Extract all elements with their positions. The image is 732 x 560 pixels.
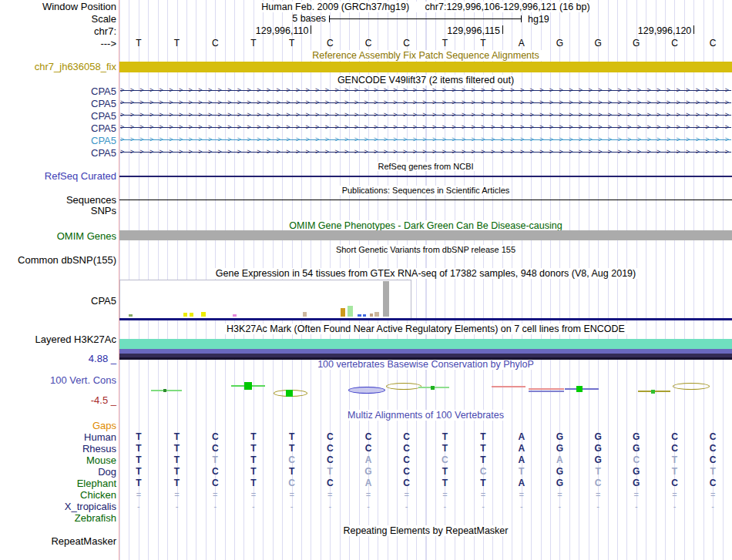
alignment-base: =: [245, 490, 262, 500]
alignment-base: A: [551, 455, 568, 465]
alignment-base: C: [704, 432, 721, 442]
conservation-mark-line: [529, 391, 564, 392]
sequence-base: G: [551, 39, 568, 49]
gencode-transcript-row[interactable]: >>>>>>>>>>>>>>>>>>>>>>>>>>>>>>>>>>>>>>>>…: [120, 112, 731, 119]
alignment-base: T: [245, 467, 262, 477]
gencode-transcript-row[interactable]: >>>>>>>>>>>>>>>>>>>>>>>>>>>>>>>>>>>>>>>>…: [120, 124, 731, 131]
conservation-mark-ellipse: [673, 383, 710, 390]
gtex-expression-bar: [201, 312, 206, 317]
alignment-base: =: [207, 490, 223, 500]
gencode-title[interactable]: GENCODE V49lift37 (2 items filtered out): [335, 75, 516, 86]
gtex-plot-box[interactable]: [119, 280, 411, 319]
h3k27ac-title[interactable]: H3K27Ac Mark (Often Found Near Active Re…: [224, 324, 627, 334]
refseq-curated-label[interactable]: RefSeq Curated: [0, 171, 116, 182]
alignment-base: G: [589, 444, 606, 454]
alignment-base: T: [475, 432, 492, 442]
alignment-base: C: [360, 444, 377, 454]
h3k27ac-band: [119, 339, 732, 349]
alignment-base: C: [398, 478, 415, 488]
fix-patch-label[interactable]: chr7_jh636058_fix: [0, 62, 116, 72]
alignment-base: T: [130, 467, 147, 477]
multiz-label-human[interactable]: Human: [0, 432, 116, 443]
dbsnp-label[interactable]: Common dbSNP(155): [0, 255, 116, 266]
multiz-label-dog[interactable]: Dog: [0, 467, 116, 478]
multiz-label-rhesus[interactable]: Rhesus: [0, 444, 116, 454]
alignment-base: T: [475, 455, 492, 465]
omim-genes-label[interactable]: OMIM Genes: [0, 231, 116, 242]
gtex-expression-bar: [303, 312, 307, 317]
gtex-expression-bar: [374, 312, 379, 317]
alignment-base: T: [284, 467, 301, 477]
gencode-transcript-row[interactable]: >>>>>>>>>>>>>>>>>>>>>>>>>>>>>>>>>>>>>>>>…: [120, 136, 731, 143]
conservation-label[interactable]: 100 Vert. Cons: [0, 375, 116, 386]
alignment-base: -: [436, 501, 453, 511]
gencode-transcript-row[interactable]: >>>>>>>>>>>>>>>>>>>>>>>>>>>>>>>>>>>>>>>>…: [120, 87, 731, 94]
alignment-base: T: [245, 455, 262, 465]
alignment-base: A: [513, 478, 530, 488]
position-tick: [693, 25, 694, 34]
fix-patch-title[interactable]: Reference Assembly Fix Patch Sequence Al…: [310, 50, 542, 61]
gencode-transcript-label[interactable]: CPA5: [0, 86, 116, 97]
repeatmasker-label[interactable]: RepeatMasker: [0, 536, 116, 547]
gencode-transcript-label[interactable]: CPA5: [0, 111, 116, 122]
omim-title[interactable]: OMIM Gene Phenotypes - Dark Green Can Be…: [287, 220, 564, 231]
alignment-base: T: [207, 455, 223, 465]
sequence-base: C: [207, 39, 223, 49]
alignment-base: T: [436, 467, 453, 477]
multiz-label-elephant[interactable]: Elephant: [0, 478, 116, 489]
alignment-base: C: [207, 444, 223, 454]
alignment-base: A: [360, 478, 377, 488]
multiz-label-zebrafish[interactable]: Zebrafish: [0, 513, 116, 524]
repeatmasker-title[interactable]: Repeating Elements by RepeatMasker: [341, 525, 510, 536]
sequence-base: T: [436, 39, 453, 49]
alignment-base: C: [207, 432, 223, 442]
conservation-mark-ellipse: [348, 387, 385, 394]
h3k27ac-label[interactable]: Layered H3K27Ac: [0, 334, 116, 345]
gtex-expression-bar: [363, 314, 366, 317]
publications-title[interactable]: Publications: Sequences in Scientific Ar…: [340, 186, 512, 195]
snps-label[interactable]: SNPs: [0, 206, 116, 216]
alignment-base: G: [628, 467, 645, 477]
alignment-base: T: [130, 455, 147, 465]
gencode-transcript-row[interactable]: >>>>>>>>>>>>>>>>>>>>>>>>>>>>>>>>>>>>>>>>…: [120, 149, 731, 156]
gtex-expression-bar: [370, 314, 373, 317]
alignment-base: C: [666, 432, 683, 442]
multiz-label-x_tropicalis[interactable]: X_tropicalis: [0, 501, 116, 512]
alignment-base: T: [666, 455, 683, 465]
gencode-transcript-label[interactable]: CPA5: [0, 148, 116, 159]
alignment-base: =: [704, 490, 721, 500]
multiz-label-mouse[interactable]: Mouse: [0, 455, 116, 466]
conservation-mark-square: [286, 390, 293, 397]
sequences-line[interactable]: [119, 200, 732, 200]
sequence-base: G: [628, 39, 645, 49]
sequence-base: T: [130, 39, 147, 49]
omim-genes-bar[interactable]: [119, 230, 732, 240]
multiz-label-chicken[interactable]: Chicken: [0, 490, 116, 501]
sequence-base: T: [169, 39, 186, 49]
alignment-base: C: [360, 432, 377, 442]
alignment-base: C: [398, 467, 415, 477]
multiz-gaps-label[interactable]: Gaps: [0, 421, 116, 431]
multiz-title[interactable]: Multiz Alignments of 100 Vertebrates: [345, 410, 506, 421]
gencode-transcript-label[interactable]: CPA5: [0, 123, 116, 134]
dbsnp-title[interactable]: Short Genetic Variants from dbSNP releas…: [334, 245, 518, 254]
fix-patch-bar[interactable]: [119, 62, 732, 72]
h3k27ac-band: [119, 357, 732, 360]
refseq-title[interactable]: RefSeq genes from NCBI: [375, 162, 475, 171]
refseq-curated-line[interactable]: [119, 176, 732, 177]
alignment-base: T: [169, 455, 186, 465]
alignment-base: T: [169, 467, 186, 477]
conservation-title[interactable]: 100 vertebrates Basewise Conservation by…: [315, 359, 536, 370]
conservation-mark-line: [151, 390, 182, 391]
alignment-base: G: [628, 432, 645, 442]
gencode-transcript-row[interactable]: >>>>>>>>>>>>>>>>>>>>>>>>>>>>>>>>>>>>>>>>…: [120, 99, 731, 106]
alignment-base: T: [130, 444, 147, 454]
sequences-label[interactable]: Sequences: [0, 195, 116, 206]
gtex-title[interactable]: Gene Expression in 54 tissues from GTEx …: [213, 268, 638, 279]
gtex-gene-label[interactable]: CPA5: [0, 296, 116, 307]
sequence-base: C: [704, 39, 721, 49]
alignment-base: =: [475, 490, 492, 500]
conservation-mark-square: [163, 389, 166, 392]
gencode-transcript-label[interactable]: CPA5: [0, 136, 116, 146]
gencode-transcript-label[interactable]: CPA5: [0, 99, 116, 109]
